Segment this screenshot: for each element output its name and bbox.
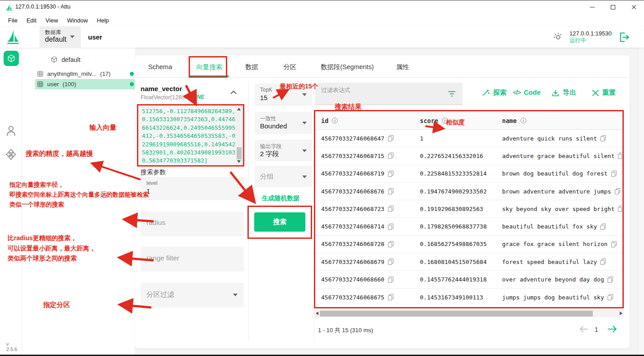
- copy-icon[interactable]: [388, 171, 393, 177]
- tabs-bar: Schema向量搜索数据分区数据段(Segments)属性: [135, 57, 629, 78]
- cell-score: 0.22584815323352814: [420, 165, 501, 182]
- tree-item-collection[interactable]: anythingllm_milv... (17): [35, 69, 143, 79]
- search-params-label: 搜索参数: [141, 168, 166, 176]
- cell-score: 0.2276524156332016: [420, 147, 501, 164]
- tree-item-database[interactable]: default: [50, 56, 80, 63]
- scroll-thumb[interactable]: [320, 311, 593, 316]
- filter-icon[interactable]: [447, 90, 456, 98]
- copy-icon[interactable]: [388, 294, 393, 300]
- partition-filter-select[interactable]: 分区过滤: [141, 283, 244, 308]
- table-row[interactable]: 4567703327460687280.16856275498867035gra…: [316, 236, 622, 253]
- level-input[interactable]: level 1: [141, 177, 244, 200]
- table-row[interactable]: 4567703327460687190.22584815323352814bro…: [316, 165, 622, 183]
- connection-address: 127.0.0.1:19530: [569, 30, 612, 37]
- table-row[interactable]: 4567703327460687140.17982850968837738bea…: [316, 218, 622, 235]
- copy-icon[interactable]: [388, 259, 393, 265]
- sidebar-item-database[interactable]: [4, 51, 19, 66]
- topk-label: TopK: [260, 87, 272, 93]
- menu-window[interactable]: Window: [62, 15, 92, 26]
- filter-expression-input[interactable]: 过滤表达式: [315, 83, 463, 105]
- copy-icon[interactable]: [388, 188, 393, 194]
- copy-icon[interactable]: [611, 171, 617, 177]
- copy-icon[interactable]: [618, 206, 622, 212]
- page-scrollbar[interactable]: [638, 26, 644, 356]
- copy-icon[interactable]: [615, 188, 620, 194]
- column-header-name[interactable]: name: [502, 112, 622, 129]
- menu-file[interactable]: File: [4, 15, 22, 26]
- copy-icon[interactable]: [600, 224, 606, 230]
- tree-item-collection-selected[interactable]: user (100): [35, 79, 143, 89]
- tab-data[interactable]: 数据: [245, 57, 258, 78]
- explore-button[interactable]: 探索: [481, 88, 507, 97]
- cell-name: grace fox grace silent horizon: [502, 236, 622, 253]
- attu-logo-icon: [6, 29, 20, 45]
- radius-input[interactable]: radius: [141, 211, 244, 236]
- cell-id: 456770332746068660: [321, 271, 418, 288]
- close-button[interactable]: [623, 0, 644, 14]
- chevron-up-icon[interactable]: [230, 90, 237, 95]
- cell-name: over adventure beyond day dog: [502, 271, 622, 288]
- copy-icon[interactable]: [608, 294, 613, 300]
- annotation-search-results: 搜索结果: [335, 103, 362, 111]
- tab-vector-search[interactable]: 向量搜索: [196, 57, 222, 78]
- copy-icon[interactable]: [600, 259, 606, 265]
- users-icon[interactable]: [6, 125, 16, 136]
- copy-icon[interactable]: [388, 153, 393, 159]
- scroll-right-icon[interactable]: [620, 312, 622, 315]
- tab-partitions[interactable]: 分区: [283, 57, 296, 78]
- column-header-id[interactable]: id: [321, 112, 418, 129]
- scroll-down-icon[interactable]: [237, 160, 241, 163]
- scroll-up-icon[interactable]: [237, 108, 241, 110]
- disconnect-icon[interactable]: [618, 31, 631, 44]
- output-fields-select[interactable]: 输出字段 2 字段: [255, 140, 312, 161]
- maximize-button[interactable]: [603, 0, 623, 14]
- copy-icon[interactable]: [388, 241, 393, 247]
- cell-name: adventure quick runs silent: [502, 130, 622, 147]
- copy-icon[interactable]: [388, 224, 393, 230]
- minimize-button[interactable]: [582, 0, 603, 14]
- table-row[interactable]: 4567703327460686750.1453167349100113jump…: [316, 289, 622, 306]
- table-row[interactable]: 4567703327460686760.19476749002933502bro…: [316, 183, 622, 200]
- copy-icon[interactable]: [618, 153, 622, 159]
- next-page-icon[interactable]: [606, 324, 618, 334]
- copy-icon[interactable]: [600, 135, 606, 141]
- tab-properties[interactable]: 属性: [396, 57, 409, 78]
- menu-view[interactable]: View: [41, 15, 62, 26]
- system-icon[interactable]: [6, 149, 16, 160]
- table-row[interactable]: 4567703327460686471adventure quick runs …: [316, 130, 622, 147]
- maximize-icon: [611, 5, 615, 9]
- copy-icon[interactable]: [608, 277, 613, 283]
- consistency-select[interactable]: 一致性 Bounded: [255, 112, 312, 134]
- group-by-select[interactable]: 分组: [255, 166, 312, 187]
- code-button[interactable]: Code: [513, 88, 541, 96]
- table-row[interactable]: 4567703327460687150.2276524156332016adve…: [316, 147, 622, 165]
- copy-icon[interactable]: [611, 241, 617, 247]
- copy-icon[interactable]: [388, 135, 393, 141]
- table-row[interactable]: 4567703327460686600.14557762444019318ove…: [316, 271, 622, 288]
- vector-scrollbar[interactable]: [236, 106, 243, 165]
- menu-edit[interactable]: Edit: [22, 15, 41, 26]
- table-row[interactable]: 4567703327460687230.1919296830892563sky …: [316, 200, 622, 218]
- previous-page-icon[interactable]: [578, 325, 589, 334]
- scroll-thumb[interactable]: [237, 147, 242, 159]
- annotation-range-filter: 比radius更精细的搜索， 可以设置最小距离，最大距离， 类似两个球形之间的搜…: [8, 233, 96, 264]
- tree-database-name: default: [62, 56, 80, 63]
- export-button[interactable]: 导出: [551, 88, 576, 97]
- reset-button[interactable]: 重置: [592, 88, 616, 97]
- copy-icon[interactable]: [388, 206, 393, 212]
- menu-help[interactable]: Help: [93, 15, 114, 26]
- copy-icon[interactable]: [388, 277, 393, 283]
- tab-segments[interactable]: 数据段(Segments): [321, 57, 374, 78]
- theme-toggle-icon[interactable]: [553, 32, 563, 42]
- table-row[interactable]: 4567703327460686790.16808104515075684for…: [316, 253, 622, 271]
- cell-id: 456770332746068723: [321, 200, 418, 217]
- tab-schema[interactable]: Schema: [148, 57, 172, 78]
- vector-input[interactable]: 512756,-0.1127849668264389,- 0.156331300…: [139, 106, 243, 165]
- search-button[interactable]: 搜索: [254, 212, 305, 232]
- horizontal-scrollbar[interactable]: [314, 310, 624, 317]
- scroll-left-icon[interactable]: [316, 312, 318, 315]
- cell-name: brown adventure adventure jumps: [502, 183, 622, 200]
- collection-count: (100): [62, 81, 76, 88]
- range-filter-input[interactable]: range filter: [141, 247, 244, 272]
- database-select[interactable]: 数据库 default: [40, 26, 81, 48]
